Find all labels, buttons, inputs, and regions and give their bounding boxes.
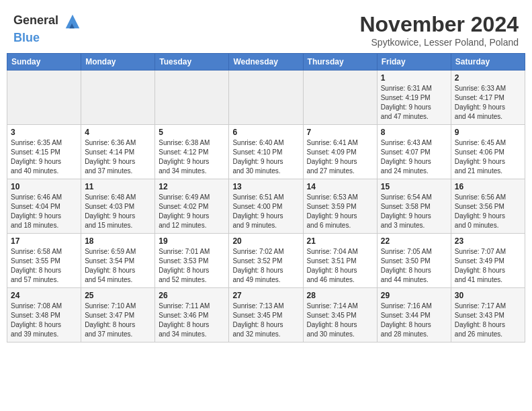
day-number: 28 bbox=[307, 291, 373, 300]
calendar-cell: 2Sunrise: 6:33 AM Sunset: 4:17 PM Daylig… bbox=[451, 71, 525, 125]
day-info: Sunrise: 7:05 AM Sunset: 3:50 PM Dayligh… bbox=[381, 247, 447, 285]
day-number: 1 bbox=[381, 73, 447, 83]
day-number: 25 bbox=[85, 291, 151, 300]
day-number: 12 bbox=[159, 182, 225, 191]
month-title: November 2024 bbox=[359, 12, 519, 37]
calendar-cell: 14Sunrise: 6:53 AM Sunset: 3:59 PM Dayli… bbox=[303, 179, 377, 234]
calendar-cell: 27Sunrise: 7:13 AM Sunset: 3:45 PM Dayli… bbox=[229, 288, 303, 342]
day-of-week-header: Saturday bbox=[451, 54, 525, 71]
day-of-week-header: Wednesday bbox=[229, 54, 303, 71]
day-info: Sunrise: 6:38 AM Sunset: 4:12 PM Dayligh… bbox=[159, 138, 225, 176]
day-number: 20 bbox=[232, 236, 299, 246]
calendar-cell: 17Sunrise: 6:58 AM Sunset: 3:55 PM Dayli… bbox=[7, 234, 81, 288]
day-number: 10 bbox=[11, 182, 77, 191]
day-of-week-header: Monday bbox=[81, 54, 155, 71]
day-number: 23 bbox=[455, 236, 521, 246]
day-info: Sunrise: 6:54 AM Sunset: 3:58 PM Dayligh… bbox=[381, 193, 447, 230]
calendar-week-row: 24Sunrise: 7:08 AM Sunset: 3:48 PM Dayli… bbox=[7, 288, 525, 342]
day-number: 3 bbox=[11, 128, 77, 137]
calendar-cell: 28Sunrise: 7:14 AM Sunset: 3:45 PM Dayli… bbox=[303, 288, 377, 342]
calendar-cell: 1Sunrise: 6:31 AM Sunset: 4:19 PM Daylig… bbox=[377, 71, 451, 125]
day-info: Sunrise: 7:14 AM Sunset: 3:45 PM Dayligh… bbox=[307, 302, 373, 339]
day-of-week-header: Sunday bbox=[7, 54, 81, 71]
day-number: 19 bbox=[159, 236, 225, 246]
day-info: Sunrise: 7:08 AM Sunset: 3:48 PM Dayligh… bbox=[11, 302, 77, 339]
logo-general: General bbox=[13, 13, 58, 27]
day-info: Sunrise: 6:36 AM Sunset: 4:14 PM Dayligh… bbox=[85, 138, 151, 176]
day-info: Sunrise: 6:40 AM Sunset: 4:10 PM Dayligh… bbox=[232, 138, 299, 176]
day-number: 22 bbox=[381, 236, 447, 246]
day-number: 16 bbox=[455, 182, 521, 191]
day-info: Sunrise: 7:11 AM Sunset: 3:46 PM Dayligh… bbox=[159, 302, 225, 339]
day-number: 5 bbox=[159, 128, 225, 137]
day-info: Sunrise: 7:04 AM Sunset: 3:51 PM Dayligh… bbox=[307, 247, 373, 285]
day-number: 4 bbox=[85, 128, 151, 137]
calendar-cell: 11Sunrise: 6:48 AM Sunset: 4:03 PM Dayli… bbox=[81, 179, 155, 234]
day-info: Sunrise: 6:51 AM Sunset: 4:00 PM Dayligh… bbox=[232, 193, 299, 230]
day-info: Sunrise: 6:35 AM Sunset: 4:15 PM Dayligh… bbox=[11, 138, 77, 176]
calendar-cell: 15Sunrise: 6:54 AM Sunset: 3:58 PM Dayli… bbox=[377, 179, 451, 234]
day-info: Sunrise: 7:01 AM Sunset: 3:53 PM Dayligh… bbox=[159, 247, 225, 285]
day-info: Sunrise: 6:46 AM Sunset: 4:04 PM Dayligh… bbox=[11, 193, 77, 230]
calendar-cell: 25Sunrise: 7:10 AM Sunset: 3:47 PM Dayli… bbox=[81, 288, 155, 342]
calendar-cell: 12Sunrise: 6:49 AM Sunset: 4:02 PM Dayli… bbox=[155, 179, 229, 234]
day-info: Sunrise: 6:31 AM Sunset: 4:19 PM Dayligh… bbox=[381, 84, 447, 122]
calendar-cell: 23Sunrise: 7:07 AM Sunset: 3:49 PM Dayli… bbox=[451, 234, 525, 288]
calendar-cell: 29Sunrise: 7:16 AM Sunset: 3:44 PM Dayli… bbox=[377, 288, 451, 342]
title-area: November 2024 Spytkowice, Lesser Poland,… bbox=[359, 12, 519, 48]
day-info: Sunrise: 7:16 AM Sunset: 3:44 PM Dayligh… bbox=[381, 302, 447, 339]
calendar-week-row: 1Sunrise: 6:31 AM Sunset: 4:19 PM Daylig… bbox=[7, 71, 525, 125]
day-of-week-header: Tuesday bbox=[155, 54, 229, 71]
day-of-week-header: Friday bbox=[377, 54, 451, 71]
day-info: Sunrise: 7:10 AM Sunset: 3:47 PM Dayligh… bbox=[85, 302, 151, 339]
calendar-week-row: 17Sunrise: 6:58 AM Sunset: 3:55 PM Dayli… bbox=[7, 234, 525, 288]
day-number: 8 bbox=[381, 128, 447, 137]
calendar-cell bbox=[303, 71, 377, 125]
calendar-week-row: 10Sunrise: 6:46 AM Sunset: 4:04 PM Dayli… bbox=[7, 179, 525, 234]
calendar-cell: 6Sunrise: 6:40 AM Sunset: 4:10 PM Daylig… bbox=[229, 125, 303, 179]
day-number: 7 bbox=[307, 128, 373, 137]
day-number: 11 bbox=[85, 182, 151, 191]
calendar-cell: 9Sunrise: 6:45 AM Sunset: 4:06 PM Daylig… bbox=[451, 125, 525, 179]
day-of-week-header: Thursday bbox=[303, 54, 377, 71]
logo: General Blue bbox=[13, 12, 82, 45]
day-number: 27 bbox=[232, 291, 299, 300]
calendar-week-row: 3Sunrise: 6:35 AM Sunset: 4:15 PM Daylig… bbox=[7, 125, 525, 179]
day-number: 29 bbox=[381, 291, 447, 300]
day-number: 24 bbox=[11, 291, 77, 300]
calendar-cell bbox=[155, 71, 229, 125]
calendar-cell: 3Sunrise: 6:35 AM Sunset: 4:15 PM Daylig… bbox=[7, 125, 81, 179]
day-number: 17 bbox=[11, 236, 77, 246]
day-info: Sunrise: 6:58 AM Sunset: 3:55 PM Dayligh… bbox=[11, 247, 77, 285]
calendar-cell bbox=[81, 71, 155, 125]
day-number: 2 bbox=[455, 73, 521, 83]
day-info: Sunrise: 6:49 AM Sunset: 4:02 PM Dayligh… bbox=[159, 193, 225, 230]
day-info: Sunrise: 6:45 AM Sunset: 4:06 PM Dayligh… bbox=[455, 138, 521, 176]
calendar-cell: 8Sunrise: 6:43 AM Sunset: 4:07 PM Daylig… bbox=[377, 125, 451, 179]
day-info: Sunrise: 7:07 AM Sunset: 3:49 PM Dayligh… bbox=[455, 247, 521, 285]
calendar-cell: 19Sunrise: 7:01 AM Sunset: 3:53 PM Dayli… bbox=[155, 234, 229, 288]
calendar-cell: 24Sunrise: 7:08 AM Sunset: 3:48 PM Dayli… bbox=[7, 288, 81, 342]
day-info: Sunrise: 6:59 AM Sunset: 3:54 PM Dayligh… bbox=[85, 247, 151, 285]
calendar-cell: 21Sunrise: 7:04 AM Sunset: 3:51 PM Dayli… bbox=[303, 234, 377, 288]
day-info: Sunrise: 6:41 AM Sunset: 4:09 PM Dayligh… bbox=[307, 138, 373, 176]
day-number: 18 bbox=[85, 236, 151, 246]
calendar-cell: 7Sunrise: 6:41 AM Sunset: 4:09 PM Daylig… bbox=[303, 125, 377, 179]
day-number: 13 bbox=[232, 182, 299, 191]
day-info: Sunrise: 7:02 AM Sunset: 3:52 PM Dayligh… bbox=[232, 247, 299, 285]
calendar-cell: 18Sunrise: 6:59 AM Sunset: 3:54 PM Dayli… bbox=[81, 234, 155, 288]
day-info: Sunrise: 6:33 AM Sunset: 4:17 PM Dayligh… bbox=[455, 84, 521, 122]
day-info: Sunrise: 6:43 AM Sunset: 4:07 PM Dayligh… bbox=[381, 138, 447, 176]
calendar-cell: 30Sunrise: 7:17 AM Sunset: 3:43 PM Dayli… bbox=[451, 288, 525, 342]
day-info: Sunrise: 6:48 AM Sunset: 4:03 PM Dayligh… bbox=[85, 193, 151, 230]
day-number: 9 bbox=[455, 128, 521, 137]
location-title: Spytkowice, Lesser Poland, Poland bbox=[359, 37, 519, 48]
day-info: Sunrise: 7:13 AM Sunset: 3:45 PM Dayligh… bbox=[232, 302, 299, 339]
page-header: General Blue November 2024 Spytkowice, L… bbox=[7, 7, 525, 50]
day-number: 21 bbox=[307, 236, 373, 246]
calendar-cell: 5Sunrise: 6:38 AM Sunset: 4:12 PM Daylig… bbox=[155, 125, 229, 179]
calendar-header-row: SundayMondayTuesdayWednesdayThursdayFrid… bbox=[7, 54, 525, 71]
day-info: Sunrise: 6:56 AM Sunset: 3:56 PM Dayligh… bbox=[455, 193, 521, 230]
calendar-cell: 16Sunrise: 6:56 AM Sunset: 3:56 PM Dayli… bbox=[451, 179, 525, 234]
calendar-table: SundayMondayTuesdayWednesdayThursdayFrid… bbox=[7, 53, 525, 342]
